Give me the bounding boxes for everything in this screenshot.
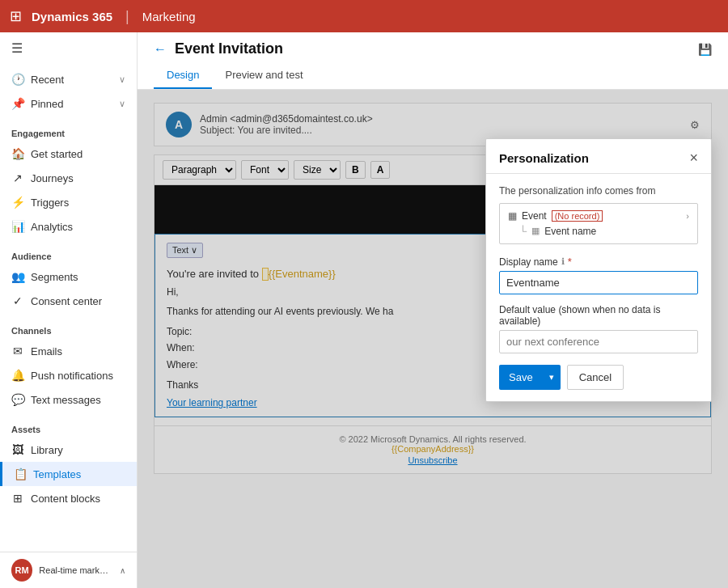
- tree-child-label: Event name: [544, 226, 596, 237]
- dialog-actions: Save ▾ Cancel: [499, 365, 698, 390]
- tenant-chevron: ∧: [120, 566, 125, 575]
- back-button[interactable]: ←: [154, 42, 167, 57]
- emails-icon: ✉: [11, 345, 24, 357]
- sidebar-item-get-started[interactable]: 🏠 Get started: [0, 142, 137, 166]
- apps-icon[interactable]: ⊞: [10, 7, 22, 25]
- segments-label: Segments: [31, 271, 78, 283]
- get-started-icon: 🏠: [11, 147, 24, 160]
- push-icon: 🔔: [11, 369, 24, 382]
- recent-chevron: ∨: [119, 74, 125, 85]
- dialog-body: The personalization info comes from ▦ Ev…: [486, 174, 711, 401]
- tree-entity-name: Event: [522, 210, 547, 222]
- title-separator: |: [125, 8, 129, 25]
- required-marker: *: [568, 256, 572, 268]
- save-group: Save ▾: [499, 365, 561, 390]
- save-icon[interactable]: 💾: [698, 43, 712, 56]
- triggers-label: Triggers: [31, 197, 69, 209]
- tenant-label: Real-time marketi...: [39, 565, 112, 575]
- topbar: ⊞ Dynamics 365 | Marketing: [0, 0, 728, 32]
- main-layout: ☰ 🕐 Recent ∨ 📌 Pinned ∨ Engagement 🏠 Get…: [0, 32, 728, 588]
- library-icon: 🖼: [11, 443, 24, 456]
- sidebar-item-content-blocks[interactable]: ⊞ Content blocks: [0, 486, 137, 510]
- journeys-icon: ↗: [11, 171, 24, 184]
- pinned-label: Pinned: [31, 98, 63, 110]
- dialog-header: Personalization ×: [486, 139, 711, 174]
- sidebar-item-segments[interactable]: 👥 Segments: [0, 264, 137, 289]
- sidebar-item-emails[interactable]: ✉ Emails: [0, 339, 137, 363]
- content-blocks-label: Content blocks: [31, 493, 100, 505]
- close-button[interactable]: ×: [689, 150, 698, 165]
- sidebar-item-text-messages[interactable]: 💬 Text messages: [0, 387, 137, 412]
- emails-label: Emails: [31, 345, 62, 357]
- sidebar-item-templates[interactable]: 📋 Templates: [0, 462, 137, 486]
- display-name-label: Display name ℹ *: [499, 256, 698, 268]
- push-notifications-label: Push notifications: [31, 370, 113, 382]
- personalization-tree: ▦ Event (No record) › └ ▦ Event name: [499, 203, 698, 244]
- default-value-label: Default value (shown when no data is ava…: [499, 304, 698, 327]
- sidebar-item-analytics[interactable]: 📊 Analytics: [0, 214, 137, 239]
- pinned-icon: 📌: [11, 97, 24, 110]
- tree-no-record[interactable]: (No record): [552, 210, 603, 222]
- tree-entity-icon: ▦: [508, 210, 517, 222]
- default-value-input[interactable]: [499, 330, 698, 353]
- tree-child-icon: ▦: [531, 226, 540, 236]
- cancel-button[interactable]: Cancel: [567, 365, 624, 390]
- hamburger-menu[interactable]: ☰: [0, 32, 137, 64]
- display-name-input[interactable]: [499, 271, 698, 294]
- info-icon[interactable]: ℹ: [561, 256, 565, 267]
- editor-area: A Admin <admin@d365domaintest.co.uk> Sub…: [138, 90, 728, 588]
- tree-child-row[interactable]: └ ▦ Event name: [508, 225, 689, 237]
- tab-design[interactable]: Design: [154, 64, 212, 89]
- sidebar-bottom[interactable]: RM Real-time marketi... ∧: [0, 552, 137, 588]
- content-blocks-icon: ⊞: [11, 492, 24, 505]
- consent-icon: ✓: [11, 294, 24, 307]
- display-name-text: Display name: [499, 256, 558, 268]
- sidebar-item-triggers[interactable]: ⚡ Triggers: [0, 190, 137, 214]
- assets-group: Assets: [0, 418, 137, 438]
- page-header: ← Event Invitation 💾 Design Preview and …: [138, 32, 728, 90]
- consent-center-label: Consent center: [31, 295, 102, 307]
- page-tabs: Design Preview and test: [154, 64, 712, 89]
- pinned-chevron: ∨: [119, 99, 125, 109]
- save-dropdown-button[interactable]: ▾: [543, 365, 561, 390]
- recent-icon: 🕐: [11, 73, 24, 86]
- text-messages-icon: 💬: [11, 393, 24, 406]
- content-area: ← Event Invitation 💾 Design Preview and …: [138, 32, 728, 588]
- sidebar-item-recent[interactable]: 🕐 Recent ∨: [0, 67, 137, 91]
- tree-entity-row[interactable]: ▦ Event (No record) ›: [508, 210, 689, 222]
- text-messages-label: Text messages: [31, 394, 101, 406]
- module-name: Marketing: [142, 10, 196, 23]
- personalization-source-label: The personalization info comes from: [499, 185, 698, 197]
- sidebar-item-push-notifications[interactable]: 🔔 Push notifications: [0, 363, 137, 387]
- tab-preview[interactable]: Preview and test: [212, 64, 315, 89]
- tree-child-connector: └: [519, 225, 527, 237]
- sidebar: ☰ 🕐 Recent ∨ 📌 Pinned ∨ Engagement 🏠 Get…: [0, 32, 138, 588]
- dialog-title: Personalization: [499, 151, 589, 165]
- sidebar-item-library[interactable]: 🖼 Library: [0, 438, 137, 462]
- audience-group: Audience: [0, 245, 137, 264]
- analytics-label: Analytics: [31, 221, 73, 233]
- channels-group: Channels: [0, 319, 137, 339]
- recent-label: Recent: [31, 74, 64, 86]
- tree-expand-icon[interactable]: ›: [686, 211, 689, 221]
- sidebar-item-journeys[interactable]: ↗ Journeys: [0, 166, 137, 190]
- engagement-group: Engagement: [0, 122, 137, 142]
- templates-label: Templates: [33, 468, 81, 480]
- page-title: Event Invitation: [175, 40, 283, 57]
- user-avatar-small: RM: [11, 559, 32, 582]
- segments-icon: 👥: [11, 270, 24, 283]
- personalization-dialog: Personalization × The personalization in…: [485, 138, 712, 402]
- default-value-text: Default value (shown when no data is ava…: [499, 304, 698, 327]
- app-title: Dynamics 365: [32, 10, 112, 23]
- sidebar-item-pinned[interactable]: 📌 Pinned ∨: [0, 91, 137, 116]
- get-started-label: Get started: [31, 148, 83, 160]
- dialog-overlay: Personalization × The personalization in…: [138, 90, 728, 588]
- save-button[interactable]: Save: [499, 365, 543, 390]
- triggers-icon: ⚡: [11, 196, 24, 209]
- library-label: Library: [31, 444, 63, 456]
- analytics-icon: 📊: [11, 220, 24, 233]
- journeys-label: Journeys: [31, 172, 74, 184]
- sidebar-item-consent-center[interactable]: ✓ Consent center: [0, 289, 137, 313]
- templates-icon: 📋: [14, 467, 27, 480]
